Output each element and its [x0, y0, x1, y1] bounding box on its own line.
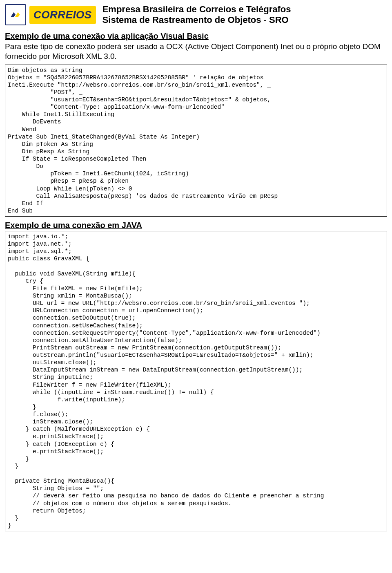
section-vb-title: Exemplo de uma conexão via aplicação Vis… — [5, 31, 387, 41]
header-separator — [5, 28, 387, 28]
java-code-block: import java.io.*; import java.net.*; imp… — [5, 231, 387, 531]
title-line-2: Sistema de Rastreamento de Objetos - SRO — [102, 15, 291, 25]
correios-logo-icon — [5, 4, 26, 25]
correios-brand-label: CORREIOS — [29, 6, 96, 24]
vb-code-block: Dim objetos as string Objetos = "SQ45822… — [5, 65, 387, 217]
title-line-1: Empresa Brasileira de Correios e Telégra… — [102, 4, 291, 15]
section-vb-intro: Para este tipo de conexão poderá ser usa… — [5, 42, 387, 61]
section-java-title: Exemplo de uma conexão em JAVA — [5, 221, 387, 230]
document-title-block: Empresa Brasileira de Correios e Telégra… — [102, 4, 291, 25]
document-header: CORREIOS Empresa Brasileira de Correios … — [5, 4, 387, 25]
